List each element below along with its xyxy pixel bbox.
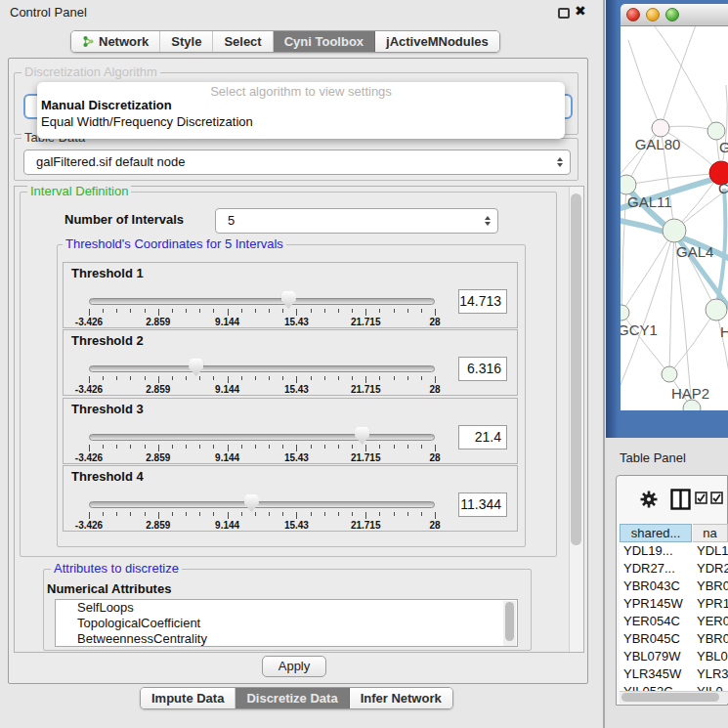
slider-tick-label: 15.43 <box>284 384 309 395</box>
network-window-titlebar[interactable] <box>621 4 728 26</box>
slider-tick <box>213 309 214 313</box>
minimize-traffic-light[interactable] <box>646 8 660 21</box>
table-row[interactable]: YPR145WYPR1 <box>620 595 728 613</box>
table-row[interactable]: YDL19...YDL1 <box>620 542 728 560</box>
tab-cyni-toolbox[interactable]: Cyni Toolbox <box>274 31 375 52</box>
slider-thumb[interactable] <box>189 359 203 376</box>
slider-tick <box>311 309 312 313</box>
table-row[interactable]: YBL079WYBL0 <box>620 648 728 665</box>
slider-tick <box>394 309 395 313</box>
network-canvas[interactable]: GAL80GACGAL11GAL4GCY1HHAP2 <box>621 26 728 410</box>
table-row[interactable]: YBR045CYBR0 <box>620 630 728 648</box>
slider-track[interactable] <box>89 434 435 441</box>
slider-tick <box>145 376 146 380</box>
column-header-shared-name[interactable]: shared... <box>620 524 692 542</box>
float-window-icon[interactable] <box>558 8 570 19</box>
mode-tab-impute-data[interactable]: Impute Data <box>141 688 236 708</box>
threshold-value-field[interactable]: 21.4 <box>458 425 507 450</box>
slider-tick <box>228 445 229 451</box>
slider-tick <box>186 512 187 516</box>
slider-tick-label: 28 <box>429 384 440 395</box>
threshold-label: Threshold 2 <box>71 333 144 348</box>
split-table-icon[interactable] <box>670 489 691 510</box>
network-node-gcy1[interactable] <box>621 305 629 321</box>
slider-tick <box>421 376 422 380</box>
thresholds-group-title: Threshold's Coordinates for 5 Intervals <box>63 237 286 251</box>
cell-name: YBR0 <box>697 630 728 648</box>
table-row[interactable]: YDR27...YDR2 <box>620 560 728 578</box>
network-node-hap2[interactable] <box>662 366 677 382</box>
attribute-item-betweennesscentrality[interactable]: BetweennessCentrality <box>56 631 517 647</box>
slider-tick <box>158 309 159 316</box>
network-node-gal11[interactable] <box>621 175 636 194</box>
threshold-value-field[interactable]: 14.713 <box>458 289 507 314</box>
network-edge <box>669 231 674 374</box>
threshold-value-field[interactable]: 11.344 <box>458 492 507 517</box>
network-node-ga[interactable] <box>707 122 725 140</box>
slider-tick <box>296 309 297 316</box>
mode-tab-label: Discretize Data <box>246 691 337 706</box>
mode-tab-discretize-data[interactable]: Discretize Data <box>236 688 349 708</box>
network-node-gal80[interactable] <box>652 119 669 137</box>
table-row[interactable]: YLR345WYLR3 <box>620 665 728 683</box>
tab-select[interactable]: Select <box>213 31 273 52</box>
slider-tick <box>296 445 297 451</box>
network-node-h[interactable] <box>706 299 727 321</box>
list-scrollbar-thumb[interactable] <box>505 602 514 641</box>
slider-tick <box>394 445 395 449</box>
slider-tick <box>255 376 256 380</box>
tab-network[interactable]: Network <box>71 31 160 52</box>
table-row[interactable]: YBR043CYBR0 <box>620 578 728 595</box>
slider-track[interactable] <box>89 298 435 305</box>
close-traffic-light[interactable] <box>626 8 640 21</box>
attribute-item-topologicalcoefficient[interactable]: TopologicalCoefficient <box>56 616 517 631</box>
discretization-algorithm-title: Discretization Algorithm <box>21 65 160 79</box>
algorithm-prompt-option[interactable]: Select algorithm to view settings <box>37 84 565 99</box>
tab-label: Select <box>224 34 261 49</box>
threshold-panel-3: Threshold 3-3.4262.8599.14415.4321.71528… <box>63 398 518 464</box>
algorithm-option-manual-discretization[interactable]: Manual Discretization <box>41 98 172 112</box>
panel-divider[interactable] <box>603 0 605 728</box>
slider-tick-label: 21.715 <box>351 317 381 327</box>
number-of-intervals-combobox[interactable]: 5 <box>215 208 498 234</box>
table-hscrollbar-thumb[interactable] <box>621 693 719 702</box>
node-label: C <box>718 180 728 196</box>
mode-tab-infer-network[interactable]: Infer Network <box>350 688 452 708</box>
slider-tick <box>421 512 422 516</box>
slider-tick <box>89 309 90 316</box>
slider-tick-label: -3.426 <box>75 520 103 531</box>
attribute-item-selfloops[interactable]: SelfLoops <box>56 600 517 616</box>
column-header-name[interactable]: na <box>693 524 728 542</box>
table-data-combobox[interactable]: galFiltered.sif default node <box>23 150 571 175</box>
tab-style[interactable]: Style <box>160 31 213 52</box>
network-edge <box>621 231 674 313</box>
threshold-value-field[interactable]: 6.316 <box>458 357 507 381</box>
algorithm-option-equal-width-frequency-discretization[interactable]: Equal Width/Frequency Discretization <box>41 114 253 129</box>
checkbox-icon[interactable] <box>695 492 707 504</box>
slider-track[interactable] <box>89 501 435 508</box>
slider-thumb[interactable] <box>244 494 259 512</box>
close-icon[interactable]: ✖ <box>575 3 586 19</box>
network-node-gal4[interactable] <box>663 219 686 242</box>
slider-tick <box>116 445 117 449</box>
slider-tick <box>269 512 270 516</box>
slider-tick <box>130 309 131 313</box>
zoom-traffic-light[interactable] <box>665 8 679 21</box>
slider-tick <box>199 445 200 449</box>
tab-jactivemnodules[interactable]: jActiveMNodules <box>375 31 499 52</box>
checkbox-icon[interactable] <box>710 492 723 504</box>
slider-tick <box>324 309 325 313</box>
table-row[interactable]: YER054CYER0 <box>620 613 728 630</box>
numerical-attributes-list[interactable]: SelfLoopsTopologicalCoefficientBetweenne… <box>55 599 518 647</box>
slider-thumb[interactable] <box>355 427 369 445</box>
scrollbar-thumb[interactable] <box>571 193 581 545</box>
slider-track[interactable] <box>89 365 435 372</box>
gear-icon[interactable] <box>639 490 659 509</box>
cell-name: YER0 <box>697 613 728 630</box>
cell-name: YDL1 <box>697 542 728 560</box>
slider-tick <box>365 512 366 519</box>
apply-button[interactable]: Apply <box>262 656 326 677</box>
threshold-panel-1: Threshold 1-3.4262.8599.14415.4321.71528… <box>63 262 518 328</box>
slider-thumb[interactable] <box>281 291 296 309</box>
slider-tick <box>282 309 283 313</box>
